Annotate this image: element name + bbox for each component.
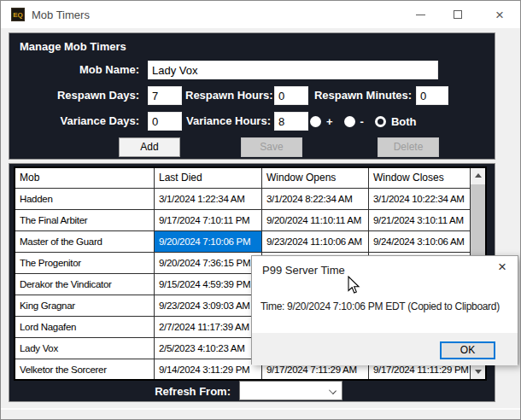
cell-mob[interactable]: Master of the Guard — [15, 231, 155, 253]
radio-plus-label: + — [326, 115, 333, 128]
radio-both[interactable] — [375, 116, 386, 127]
variance-hours-input[interactable] — [274, 112, 308, 131]
cell-window-opens[interactable]: 9/20/2024 11:10:11 AM — [262, 210, 369, 231]
cell-last-died[interactable]: 9/23/2024 3:09:03 AM — [155, 295, 262, 317]
cell-mob[interactable]: Hadden — [15, 189, 155, 210]
column-header-mob[interactable]: Mob — [15, 168, 155, 189]
cell-mob[interactable]: Lady Vox — [15, 338, 155, 359]
variance-hours-label: Variance Hours: — [185, 112, 271, 131]
window-title: Mob Timers — [32, 9, 90, 21]
dialog-title: P99 Server Time — [262, 264, 345, 277]
table-row[interactable]: Master of the Guard 9/20/2024 7:10:06 PM… — [15, 231, 471, 253]
table-header: Mob Last Died Window Opens Window Closes — [15, 168, 471, 189]
respawn-minutes-label: Respawn Minutes: — [313, 86, 412, 105]
cell-window-closes[interactable]: 3/1/2024 10:22:34 AM — [369, 189, 471, 210]
cell-mob[interactable]: The Progenitor — [15, 253, 155, 274]
close-icon: × — [495, 8, 504, 22]
dialog-message: Time: 9/20/2024 7:10:06 PM EDT (Copied t… — [260, 300, 500, 312]
radio-plus[interactable] — [310, 116, 321, 127]
app-window: EQ Mob Timers × Manage Mob Timers Mob Na… — [0, 0, 521, 420]
column-header-window-closes[interactable]: Window Closes — [369, 168, 471, 189]
radio-both-label: Both — [391, 115, 417, 128]
minimize-icon — [416, 15, 425, 15]
scrollbar-thumb[interactable] — [471, 184, 485, 256]
up-arrow-icon — [475, 173, 482, 178]
cell-mob[interactable]: Velketor the Sorcerer — [15, 359, 155, 381]
mouse-cursor-icon — [348, 276, 361, 295]
column-header-last-died[interactable]: Last Died — [155, 168, 262, 189]
title-bar: EQ Mob Timers × — [1, 1, 520, 28]
chevron-down-icon — [329, 387, 337, 394]
respawn-days-input[interactable] — [148, 86, 182, 105]
cell-mob[interactable]: Lord Nagafen — [15, 317, 155, 338]
dialog-footer: OK — [252, 333, 518, 365]
close-icon: × — [498, 259, 506, 275]
maximize-button[interactable] — [442, 1, 474, 28]
manage-mob-timers-panel: Manage Mob Timers Mob Name: Respawn Days… — [9, 32, 495, 160]
cell-last-died-selected[interactable]: 9/20/2024 7:10:06 PM — [155, 231, 262, 253]
cell-window-opens[interactable]: 3/1/2024 8:22:34 AM — [262, 189, 369, 210]
respawn-minutes-input[interactable] — [416, 86, 448, 105]
mob-name-label: Mob Name: — [9, 61, 139, 79]
table-row[interactable]: The Final Arbiter 9/17/2024 7:10:11 PM 9… — [15, 210, 471, 231]
cell-last-died[interactable]: 2/5/2023 4:10:23 AM — [155, 338, 262, 359]
mob-name-input[interactable] — [148, 61, 438, 79]
cell-last-died[interactable]: 9/17/2024 7:10:11 PM — [155, 210, 262, 231]
radio-minus[interactable] — [344, 116, 355, 127]
cell-last-died[interactable]: 9/20/2024 7:36:15 PM — [155, 253, 262, 274]
column-header-window-opens[interactable]: Window Opens — [262, 168, 369, 189]
refresh-from-label: Refresh From: — [60, 382, 231, 401]
app-icon: EQ — [11, 8, 25, 21]
minimize-button[interactable] — [404, 1, 436, 28]
cell-window-closes[interactable]: 9/21/2024 3:10:11 AM — [369, 210, 471, 231]
respawn-days-label: Respawn Days: — [9, 86, 139, 105]
cell-last-died[interactable]: 3/1/2024 1:22:34 AM — [155, 189, 262, 210]
cell-mob[interactable]: Derakor the Vindicator — [15, 274, 155, 295]
add-button[interactable]: Add — [119, 137, 180, 157]
cell-last-died[interactable]: 2/7/2024 11:17:39 AM — [155, 317, 262, 338]
variance-days-input[interactable] — [148, 112, 182, 131]
respawn-hours-input[interactable] — [274, 86, 308, 105]
panel-heading: Manage Mob Timers — [20, 40, 126, 53]
cell-mob[interactable]: King Gragnar — [15, 295, 155, 317]
server-time-dialog: P99 Server Time × Time: 9/20/2024 7:10:0… — [251, 255, 518, 365]
maximize-icon — [454, 10, 462, 19]
variance-days-label: Variance Days: — [9, 112, 139, 131]
scroll-up-button[interactable] — [471, 168, 485, 183]
table-row[interactable]: Hadden 3/1/2024 1:22:34 AM 3/1/2024 8:22… — [15, 189, 471, 210]
delete-button[interactable]: Delete — [378, 137, 439, 157]
window-frame-line — [1, 408, 520, 410]
radio-minus-label: - — [360, 115, 364, 128]
refresh-from-dropdown[interactable] — [239, 381, 342, 400]
scroll-down-button[interactable] — [471, 365, 485, 379]
respawn-hours-label: Respawn Hours: — [185, 86, 271, 105]
down-arrow-icon — [475, 370, 482, 374]
ok-button[interactable]: OK — [440, 341, 495, 359]
variance-direction-group: + - Both — [310, 112, 428, 131]
save-button[interactable]: Save — [241, 137, 302, 157]
cell-last-died[interactable]: 9/14/2024 3:11:29 PM — [155, 359, 262, 381]
cell-mob[interactable]: The Final Arbiter — [15, 210, 155, 231]
dialog-close-button[interactable]: × — [492, 258, 512, 277]
cell-last-died[interactable]: 9/15/2024 4:59:39 PM — [155, 274, 262, 295]
cell-window-closes[interactable]: 9/24/2024 3:10:06 AM — [369, 231, 471, 253]
cell-window-opens[interactable]: 9/23/2024 11:10:06 AM — [262, 231, 369, 253]
close-button[interactable]: × — [483, 1, 516, 28]
